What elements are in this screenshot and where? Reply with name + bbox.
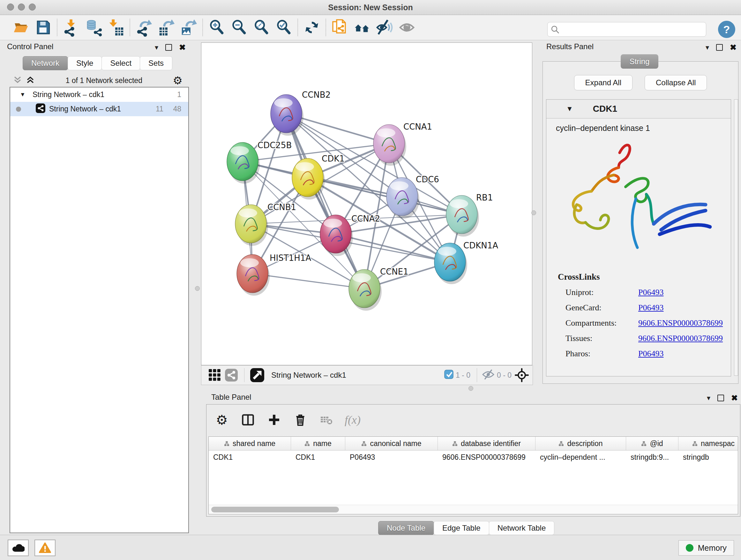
network-node[interactable]: RB1	[446, 193, 493, 237]
node-navigation-crosshair-icon[interactable]	[514, 367, 530, 383]
network-node[interactable]: CCNB1	[235, 202, 296, 246]
close-panel-icon[interactable]: ✖	[179, 44, 186, 51]
column-header-namespac[interactable]: namespac	[678, 437, 738, 450]
zoom-out-button[interactable]	[228, 17, 250, 38]
question-mark-icon: ?	[724, 23, 730, 36]
table-horizontal-scrollbar[interactable]	[209, 505, 738, 514]
bottom-splitter-handle[interactable]	[468, 386, 473, 391]
network-collection-row[interactable]: ▼ String Network – cdk1 1	[10, 87, 188, 102]
crosslink-link[interactable]: P06493	[638, 288, 664, 297]
panel-menu-icon[interactable]: ▾	[707, 395, 711, 401]
table-row[interactable]: CDK1CDK1P064939606.ENSP00000378699cyclin…	[209, 450, 738, 464]
table-cell[interactable]: stringdb:9...	[626, 450, 678, 464]
apply-layout-button[interactable]	[300, 17, 323, 38]
save-session-button[interactable]	[32, 17, 54, 38]
tab-node-table[interactable]: Node Table	[378, 521, 434, 535]
table-cell[interactable]: CDK1	[291, 450, 345, 464]
network-node[interactable]: HIST1H1A	[237, 253, 311, 296]
export-table-button[interactable]	[155, 17, 178, 38]
birds-eye-view-icon[interactable]	[249, 367, 266, 383]
tab-network[interactable]: Network	[23, 56, 68, 70]
network-node[interactable]: CDC25B	[227, 140, 292, 184]
table-cell[interactable]: stringdb	[678, 450, 738, 464]
table-cell[interactable]: P06493	[345, 450, 438, 464]
left-splitter-handle[interactable]	[195, 286, 200, 291]
scrollbar-thumb[interactable]	[211, 507, 339, 512]
delete-table-icon[interactable]	[318, 412, 335, 428]
table-cell[interactable]: CDK1	[209, 450, 291, 464]
network-node[interactable]: CDK1	[292, 154, 345, 199]
collection-expand-icon[interactable]: ▼	[20, 91, 25, 98]
gene-collapse-icon[interactable]: ▼	[566, 105, 573, 113]
float-panel-icon[interactable]	[718, 395, 724, 401]
network-node-label: CCNE1	[380, 267, 408, 276]
column-header-database-identifier[interactable]: database identifier	[438, 437, 536, 450]
panel-menu-icon[interactable]: ▾	[155, 44, 158, 51]
table-cell[interactable]: 9606.ENSP00000378699	[438, 450, 536, 464]
column-header--id[interactable]: @id	[626, 437, 678, 450]
tab-network-table[interactable]: Network Table	[489, 521, 555, 535]
network-node[interactable]: CDKN1A	[434, 241, 498, 284]
crosslink-link[interactable]: P06493	[638, 303, 664, 313]
column-header-description[interactable]: description	[536, 437, 626, 450]
gene-entry-header[interactable]: ▼ CDK1	[546, 100, 731, 118]
cloud-status-button[interactable]	[8, 540, 29, 556]
selected-nodes-checkbox[interactable]	[444, 370, 454, 381]
collapse-all-networks-icon[interactable]	[13, 75, 22, 86]
zoom-selected-button[interactable]	[273, 17, 295, 38]
new-network-from-selection-button[interactable]	[329, 17, 351, 38]
network-from-selection-icon	[333, 20, 345, 33]
panel-menu-icon[interactable]: ▾	[705, 44, 709, 51]
column-header-canonical-name[interactable]: canonical name	[345, 437, 438, 450]
node-table[interactable]: shared namenamecanonical namedatabase id…	[208, 436, 738, 514]
table-options-gear-icon[interactable]: ⚙	[213, 412, 230, 428]
export-image-button[interactable]	[178, 17, 200, 38]
zoom-fit-button[interactable]	[250, 17, 273, 38]
float-panel-icon[interactable]	[716, 44, 723, 51]
import-network-file-button[interactable]	[60, 17, 82, 38]
delete-column-trash-icon[interactable]	[292, 412, 309, 428]
crosslink-link[interactable]: P06493	[638, 349, 664, 359]
expand-all-button[interactable]: Expand All	[574, 75, 632, 90]
float-panel-icon[interactable]	[165, 44, 172, 51]
show-columns-icon[interactable]	[240, 412, 256, 428]
import-table-button[interactable]	[105, 17, 127, 38]
close-panel-icon[interactable]: ✖	[731, 394, 738, 402]
column-header-name[interactable]: name	[291, 437, 345, 450]
create-column-plus-icon[interactable]	[266, 412, 282, 428]
tab-edge-table[interactable]: Edge Table	[434, 521, 489, 535]
zoom-in-button[interactable]	[205, 17, 228, 38]
close-panel-icon[interactable]: ✖	[730, 44, 737, 51]
network-canvas[interactable]: CCNB2CCNA1CDC25BCDK1CDC6RB1CCNB1CCNA2CDK…	[201, 43, 532, 365]
function-builder-icon[interactable]: f(x)	[344, 412, 361, 428]
network-node[interactable]: CCNA1	[374, 122, 432, 166]
tab-select[interactable]: Select	[102, 56, 140, 70]
hide-selected-button[interactable]	[374, 17, 396, 38]
network-row[interactable]: String Network – cdk1 11 48	[10, 102, 188, 116]
tab-style[interactable]: Style	[68, 56, 102, 70]
export-network-button[interactable]	[133, 17, 155, 38]
tab-string[interactable]: String	[621, 54, 658, 69]
search-input[interactable]	[547, 22, 706, 37]
crosslink-link[interactable]: 9606.ENSP00000378699	[638, 334, 723, 343]
table-cell[interactable]: cyclin–dependent ...	[536, 450, 626, 464]
grid-view-icon[interactable]	[206, 367, 223, 383]
collapse-all-button[interactable]: Collapse All	[645, 75, 707, 90]
column-header-shared-name[interactable]: shared name	[209, 437, 291, 450]
network-node[interactable]: CCNE1	[349, 267, 408, 311]
network-options-gear-icon[interactable]: ⚙	[173, 74, 183, 87]
crosslink-link[interactable]: 9606.ENSP00000378699	[638, 318, 723, 328]
show-all-button[interactable]	[396, 17, 418, 38]
network-node[interactable]: CCNB2	[271, 90, 331, 136]
open-session-button[interactable]	[10, 17, 32, 38]
expand-all-networks-icon[interactable]	[25, 75, 35, 86]
help-button[interactable]: ?	[718, 21, 735, 38]
first-neighbors-button[interactable]	[351, 17, 374, 38]
import-network-database-button[interactable]	[82, 17, 105, 38]
memory-button[interactable]: Memory	[678, 540, 734, 556]
results-scrollbar[interactable]	[734, 99, 738, 376]
network-view-mode-icon[interactable]	[223, 367, 240, 383]
tab-sets[interactable]: Sets	[140, 56, 172, 70]
right-splitter-handle[interactable]	[531, 210, 536, 215]
warnings-button[interactable]	[35, 540, 56, 556]
